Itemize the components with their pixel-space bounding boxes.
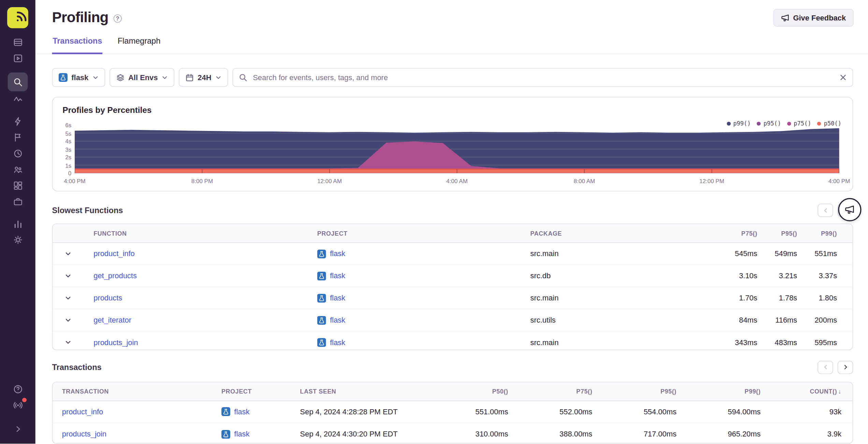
sidebar-item-feedback[interactable]	[8, 130, 27, 146]
expand-row-button[interactable]	[53, 243, 84, 264]
sidebar-item-insights[interactable]	[8, 114, 27, 130]
sidebar-item-stats[interactable]	[8, 216, 27, 232]
x-axis-label: 8:00 AM	[574, 178, 595, 184]
function-link[interactable]: get_iterator	[84, 316, 307, 324]
project-link[interactable]: flask	[330, 338, 345, 346]
sidebar-item-search[interactable]	[8, 73, 28, 91]
slowest-function-row: get_products flask src.db 3.10s 3.21s 3.…	[53, 265, 852, 287]
p50-cell: 551.00ms	[424, 408, 508, 416]
package-cell: src.main	[520, 294, 713, 302]
sidebar	[0, 0, 35, 444]
expand-row-button[interactable]	[53, 265, 84, 286]
column-header-p75[interactable]: P75()	[713, 230, 757, 236]
column-header-last-seen[interactable]: LAST SEEN	[300, 388, 424, 395]
sidebar-item-users[interactable]	[8, 162, 27, 178]
sidebar-item-projects[interactable]	[8, 194, 27, 210]
legend-item[interactable]: p75()	[787, 120, 811, 127]
project-link[interactable]: flask	[234, 430, 249, 438]
feedback-widget-button[interactable]	[838, 198, 861, 221]
percentiles-plot[interactable]	[75, 125, 839, 173]
column-header-p75[interactable]: P75()	[508, 388, 592, 395]
bar-chart-icon	[13, 219, 23, 229]
column-header-p95[interactable]: P95()	[592, 388, 677, 395]
chart-title: Profiles by Percentiles	[53, 98, 852, 115]
function-link[interactable]: products_join	[84, 338, 307, 346]
function-link[interactable]: product_info	[84, 250, 307, 258]
date-range-filter-button[interactable]: 24H	[179, 68, 228, 87]
package-cell: src.main	[520, 250, 713, 258]
chevron-right-icon	[842, 364, 849, 370]
transaction-link[interactable]: product_info	[53, 408, 221, 416]
function-link[interactable]: get_products	[84, 272, 307, 280]
project-link[interactable]: flask	[234, 408, 249, 416]
column-header-transaction[interactable]: TRANSACTION	[53, 388, 221, 395]
project-link[interactable]: flask	[330, 250, 345, 258]
function-link[interactable]: products	[84, 294, 307, 302]
p75-cell: 1.70s	[713, 294, 757, 302]
environment-filter-button[interactable]: All Envs	[110, 68, 174, 87]
sidebar-item-explore[interactable]	[8, 50, 27, 66]
column-header-p95[interactable]: P95()	[757, 230, 797, 236]
chevron-down-icon	[65, 317, 71, 323]
project-link[interactable]: flask	[330, 272, 345, 280]
column-header-p99[interactable]: P99()	[677, 388, 761, 395]
traces-icon	[13, 94, 23, 105]
p75-cell: 545ms	[713, 250, 757, 258]
column-header-package[interactable]: PACKAGE	[520, 230, 713, 236]
sidebar-item-dashboards[interactable]	[8, 178, 27, 194]
legend-item[interactable]: p99()	[727, 120, 751, 127]
project-filter-value: flask	[71, 73, 88, 82]
title-help-icon[interactable]: ?	[113, 14, 121, 23]
legend-item[interactable]: p95()	[757, 120, 781, 127]
give-feedback-button[interactable]: Give Feedback	[773, 9, 854, 27]
next-page-button[interactable]	[838, 360, 853, 374]
expand-row-button[interactable]	[53, 287, 84, 309]
sidebar-item-replays[interactable]	[8, 146, 27, 162]
transaction-row: product_info flask Sep 4, 2024 4:28:28 P…	[53, 401, 852, 423]
column-header-p99[interactable]: P99()	[797, 230, 837, 236]
column-header-project[interactable]: PROJECT	[221, 388, 300, 395]
calendar-icon	[186, 73, 194, 82]
sidebar-item-issues[interactable]	[8, 34, 27, 50]
expand-row-button[interactable]	[53, 309, 84, 331]
sidebar-item-traces[interactable]	[8, 91, 27, 107]
sidebar-item-settings[interactable]	[8, 232, 27, 248]
project-filter-button[interactable]: flask	[52, 68, 105, 87]
sentry-logo[interactable]	[7, 7, 28, 28]
project-link[interactable]: flask	[330, 316, 345, 324]
search-box	[232, 68, 853, 87]
p99-cell: 551ms	[797, 250, 837, 258]
expand-row-button[interactable]	[53, 331, 84, 350]
column-header-count[interactable]: COUNT()↓	[761, 388, 841, 395]
count-cell: 93k	[761, 408, 841, 416]
briefcase-icon	[13, 196, 23, 207]
column-header-p50[interactable]: P50()	[424, 388, 508, 395]
transactions-table-body: product_info flask Sep 4, 2024 4:28:28 P…	[53, 401, 852, 444]
flask-project-icon	[221, 407, 230, 416]
package-cell: src.utils	[520, 316, 713, 324]
slowest-functions-table: FUNCTION PROJECT PACKAGE P75() P95() P99…	[52, 223, 853, 350]
transaction-link[interactable]: products_join	[53, 430, 221, 438]
clear-search-button[interactable]	[838, 72, 849, 83]
p99-cell: 594.00ms	[677, 408, 761, 416]
issues-icon	[13, 37, 23, 48]
tab-flamegraph[interactable]: Flamegraph	[117, 31, 161, 54]
tab-transactions[interactable]: Transactions	[52, 31, 103, 54]
previous-page-button[interactable]	[818, 360, 833, 374]
sidebar-item-whats-new[interactable]	[8, 397, 27, 413]
search-input[interactable]	[232, 68, 853, 87]
p99-cell: 965.20ms	[677, 430, 761, 438]
x-axis-label: 4:00 PM	[64, 178, 85, 184]
sidebar-collapse-group	[8, 421, 27, 437]
sidebar-item-help[interactable]	[8, 381, 27, 397]
column-header-project[interactable]: PROJECT	[307, 230, 520, 236]
column-header-function[interactable]: FUNCTION	[84, 230, 307, 236]
legend-item[interactable]: p50()	[817, 120, 841, 127]
chevron-right-icon	[13, 424, 23, 434]
flask-project-icon	[317, 316, 326, 325]
collapse-sidebar-button[interactable]	[8, 421, 27, 437]
previous-page-button[interactable]	[818, 204, 833, 217]
project-link[interactable]: flask	[330, 294, 345, 302]
p75-cell: 552.00ms	[508, 408, 592, 416]
transactions-header: Transactions	[52, 360, 853, 374]
